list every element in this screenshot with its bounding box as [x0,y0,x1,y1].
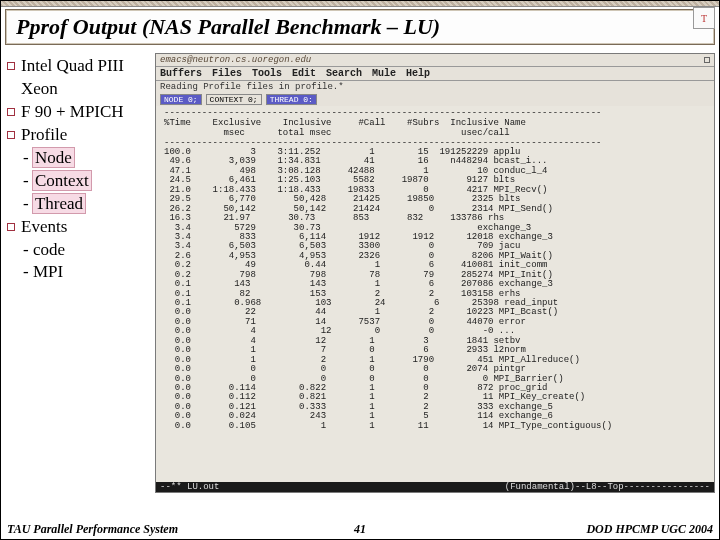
menu-mule[interactable]: Mule [372,68,396,79]
node-highlight: Node [33,148,74,167]
top-texture [1,1,719,7]
window-titlebar: emacs@neutron.cs.uoregon.edu [156,54,714,67]
sub-bullet: - code [23,239,151,262]
menu-edit[interactable]: Edit [292,68,316,79]
node-tag: NODE 0; [160,94,202,105]
bullet-2: Profile [21,124,151,147]
bullet-0: Intel Quad PIII Xeon [21,55,151,101]
sub-bullet: - Context [23,170,151,193]
bullet-square-icon [7,223,15,231]
menubar: Buffers Files Tools Edit Search Mule Hel… [156,67,714,81]
bullet-1: F 90 + MPICH [21,101,151,124]
code-label: code [33,240,65,259]
thread-tag: THREAD 0: [266,94,317,105]
menu-files[interactable]: Files [212,68,242,79]
menu-tools[interactable]: Tools [252,68,282,79]
bullet-3: Events [21,216,151,239]
bullet-list: Intel Quad PIII Xeon F 90 + MPICH Profil… [5,53,151,493]
window-button-icon[interactable] [704,57,710,63]
context-tag: CONTEXT 0; [206,94,262,105]
footer-left: TAU Parallel Performance System [7,522,178,537]
menu-buffers[interactable]: Buffers [160,68,202,79]
bullet-square-icon [7,62,15,70]
table-columns: %Time Exclusive Inclusive #Call #Subrs I… [164,118,710,138]
reading-text: Reading Profile files in profile.* [160,82,344,92]
sub-bullet: - Thread [23,193,151,216]
context-highlight: Context [33,171,91,190]
logo-icon: T [693,7,715,29]
footer-right: DOD HPCMP UGC 2004 [586,522,713,537]
thread-highlight: Thread [33,194,85,213]
slide-footer: TAU Parallel Performance System 41 DOD H… [1,522,719,537]
sub-bullet: - Node [23,147,151,170]
slide-title: Pprof Output (NAS Parallel Benchmark – L… [5,9,715,45]
menu-search[interactable]: Search [326,68,362,79]
window-title-text: emacs@neutron.cs.uoregon.edu [160,55,311,65]
bullet-square-icon [7,131,15,139]
table-row: 0.0 0.105 1 1 11 14 MPI_Type_contiguous(… [164,422,710,431]
subheader: Reading Profile files in profile.* [156,81,714,93]
footer-page: 41 [354,522,366,537]
menu-help[interactable]: Help [406,68,430,79]
tag-row: NODE 0; CONTEXT 0; THREAD 0: [156,93,714,106]
emacs-window: emacs@neutron.cs.uoregon.edu Buffers Fil… [155,53,715,493]
table-dashes: ----------------------------------------… [164,108,710,118]
status-right: (Fundamental)--L8--Top---------------- [505,482,710,492]
mpi-label: MPI [33,262,63,281]
profile-table: ----------------------------------------… [156,106,714,482]
status-left: --** LU.out [160,482,219,492]
sub-bullet: - MPI [23,261,151,284]
main-area: Intel Quad PIII Xeon F 90 + MPICH Profil… [1,45,719,493]
bullet-square-icon [7,108,15,116]
emacs-statusbar: --** LU.out (Fundamental)--L8--Top------… [156,482,714,492]
